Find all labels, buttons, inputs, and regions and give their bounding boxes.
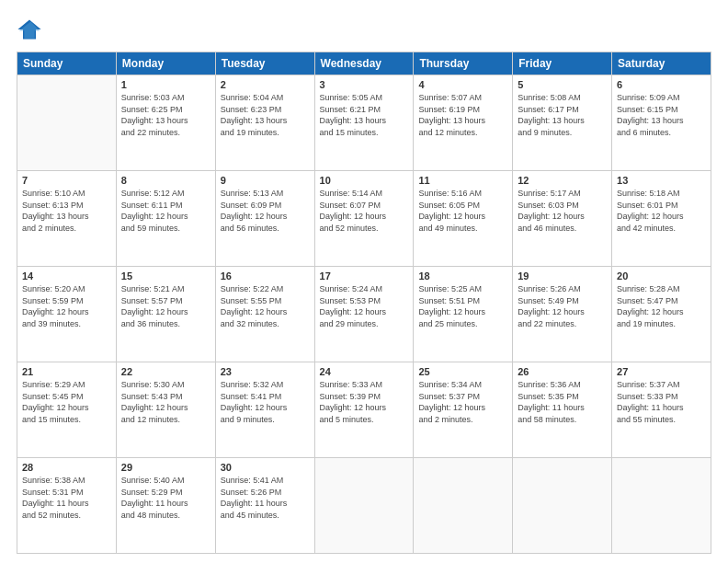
- day-info-line: Sunset: 5:37 PM: [418, 392, 480, 401]
- day-info: Sunrise: 5:22 AMSunset: 5:55 PMDaylight:…: [221, 283, 310, 329]
- day-number: 16: [221, 270, 310, 282]
- day-info-line: Sunset: 5:26 PM: [221, 488, 282, 497]
- day-info-line: and 29 minutes.: [320, 319, 379, 328]
- week-row-4: 28Sunrise: 5:38 AMSunset: 5:31 PMDayligh…: [17, 458, 711, 554]
- day-info-line: Sunrise: 5:20 AM: [22, 284, 85, 293]
- day-info-line: Sunset: 6:21 PM: [320, 105, 381, 114]
- day-info-line: Sunrise: 5:29 AM: [22, 380, 85, 389]
- day-info-line: Sunset: 5:49 PM: [518, 296, 579, 305]
- day-info-line: Daylight: 11 hours: [221, 499, 288, 508]
- day-info-line: Daylight: 13 hours: [22, 212, 89, 221]
- day-info-line: Sunset: 6:05 PM: [418, 201, 480, 210]
- day-number: 30: [221, 462, 310, 473]
- day-info-line: Sunrise: 5:13 AM: [221, 189, 284, 198]
- day-cell: 29Sunrise: 5:40 AMSunset: 5:29 PMDayligh…: [116, 458, 215, 554]
- day-info-line: and 39 minutes.: [22, 319, 81, 328]
- day-cell: 7Sunrise: 5:10 AMSunset: 6:13 PMDaylight…: [17, 171, 117, 267]
- day-info: Sunrise: 5:29 AMSunset: 5:45 PMDaylight:…: [22, 379, 111, 425]
- day-info-line: Daylight: 12 hours: [221, 307, 288, 316]
- day-number: 2: [221, 79, 310, 90]
- logo: [17, 17, 48, 42]
- header-sunday: Sunday: [17, 52, 117, 75]
- day-info-line: Sunset: 6:17 PM: [518, 105, 579, 114]
- day-info-line: and 58 minutes.: [518, 415, 576, 424]
- day-info: Sunrise: 5:28 AMSunset: 5:47 PMDaylight:…: [617, 283, 706, 329]
- day-number: 1: [121, 79, 210, 90]
- day-info-line: Daylight: 12 hours: [221, 212, 288, 221]
- day-info-line: Daylight: 12 hours: [518, 307, 585, 316]
- day-info-line: and 52 minutes.: [22, 511, 81, 520]
- calendar-table: SundayMondayTuesdayWednesdayThursdayFrid…: [17, 52, 711, 554]
- day-info-line: Sunrise: 5:32 AM: [221, 380, 284, 389]
- day-info-line: Sunrise: 5:37 AM: [617, 380, 680, 389]
- day-info-line: and 25 minutes.: [418, 319, 477, 328]
- day-number: 6: [617, 79, 706, 90]
- day-info: Sunrise: 5:36 AMSunset: 5:35 PMDaylight:…: [518, 379, 607, 425]
- day-info: Sunrise: 5:18 AMSunset: 6:01 PMDaylight:…: [617, 188, 706, 234]
- day-number: 12: [518, 175, 607, 186]
- day-info: Sunrise: 5:10 AMSunset: 6:13 PMDaylight:…: [22, 188, 111, 234]
- day-info-line: and 15 minutes.: [320, 128, 379, 137]
- day-number: 13: [617, 175, 706, 186]
- day-info-line: and 9 minutes.: [518, 128, 572, 137]
- header: [17, 17, 711, 42]
- day-info-line: Sunset: 6:13 PM: [22, 201, 84, 210]
- day-info-line: Daylight: 13 hours: [418, 116, 485, 125]
- day-cell: 10Sunrise: 5:14 AMSunset: 6:07 PMDayligh…: [314, 171, 414, 267]
- header-friday: Friday: [513, 52, 612, 75]
- day-cell: 18Sunrise: 5:25 AMSunset: 5:51 PMDayligh…: [414, 267, 513, 362]
- day-info-line: Daylight: 12 hours: [121, 403, 188, 412]
- day-info-line: Sunset: 5:41 PM: [221, 392, 282, 401]
- day-number: 4: [418, 79, 507, 90]
- day-info-line: and 19 minutes.: [221, 128, 279, 137]
- day-number: 21: [22, 366, 111, 377]
- day-info-line: Sunrise: 5:05 AM: [320, 93, 383, 102]
- day-cell: 28Sunrise: 5:38 AMSunset: 5:31 PMDayligh…: [17, 458, 117, 554]
- day-number: 5: [518, 79, 607, 90]
- day-info-line: Sunset: 5:29 PM: [121, 488, 183, 497]
- day-cell: [612, 458, 711, 554]
- header-thursday: Thursday: [414, 52, 513, 75]
- day-info-line: Sunrise: 5:10 AM: [22, 189, 85, 198]
- day-info: Sunrise: 5:41 AMSunset: 5:26 PMDaylight:…: [221, 475, 310, 521]
- day-info-line: Sunset: 6:03 PM: [518, 201, 579, 210]
- day-info-line: Sunset: 5:55 PM: [221, 296, 282, 305]
- day-info-line: and 46 minutes.: [518, 224, 576, 233]
- day-info: Sunrise: 5:12 AMSunset: 6:11 PMDaylight:…: [121, 188, 210, 234]
- day-info-line: and 42 minutes.: [617, 224, 676, 233]
- day-info-line: Sunrise: 5:26 AM: [518, 284, 581, 293]
- day-info-line: Daylight: 13 hours: [617, 116, 684, 125]
- day-info-line: and 9 minutes.: [221, 415, 275, 424]
- day-info-line: Daylight: 12 hours: [518, 212, 585, 221]
- day-info-line: Sunrise: 5:17 AM: [518, 189, 581, 198]
- day-info: Sunrise: 5:26 AMSunset: 5:49 PMDaylight:…: [518, 283, 607, 329]
- day-info-line: Sunrise: 5:16 AM: [418, 189, 482, 198]
- day-info: Sunrise: 5:17 AMSunset: 6:03 PMDaylight:…: [518, 188, 607, 234]
- day-info-line: and 12 minutes.: [121, 415, 180, 424]
- day-info: Sunrise: 5:38 AMSunset: 5:31 PMDaylight:…: [22, 475, 111, 521]
- day-info-line: Daylight: 12 hours: [418, 307, 485, 316]
- day-info-line: Daylight: 12 hours: [617, 212, 684, 221]
- day-info-line: Daylight: 12 hours: [320, 212, 387, 221]
- day-cell: 8Sunrise: 5:12 AMSunset: 6:11 PMDaylight…: [116, 171, 215, 267]
- day-info-line: Sunrise: 5:38 AM: [22, 476, 85, 485]
- day-number: 14: [22, 270, 111, 282]
- day-cell: 6Sunrise: 5:09 AMSunset: 6:15 PMDaylight…: [612, 75, 711, 171]
- day-info-line: Sunrise: 5:34 AM: [418, 380, 482, 389]
- day-cell: 24Sunrise: 5:33 AMSunset: 5:39 PMDayligh…: [314, 362, 414, 458]
- day-info-line: Sunrise: 5:03 AM: [121, 93, 185, 102]
- day-info-line: Sunrise: 5:08 AM: [518, 93, 581, 102]
- day-number: 23: [221, 366, 310, 377]
- day-number: 9: [221, 175, 310, 186]
- day-info-line: Sunrise: 5:33 AM: [320, 380, 383, 389]
- day-info-line: Sunset: 5:47 PM: [617, 296, 678, 305]
- day-info-line: Sunset: 5:45 PM: [22, 392, 84, 401]
- day-info-line: and 59 minutes.: [121, 224, 180, 233]
- day-info-line: Daylight: 12 hours: [617, 307, 684, 316]
- day-info-line: Sunset: 5:43 PM: [121, 392, 183, 401]
- day-cell: 19Sunrise: 5:26 AMSunset: 5:49 PMDayligh…: [513, 267, 612, 362]
- day-cell: 22Sunrise: 5:30 AMSunset: 5:43 PMDayligh…: [116, 362, 215, 458]
- day-number: 18: [418, 270, 507, 282]
- day-number: 20: [617, 270, 706, 282]
- day-number: 25: [418, 366, 507, 377]
